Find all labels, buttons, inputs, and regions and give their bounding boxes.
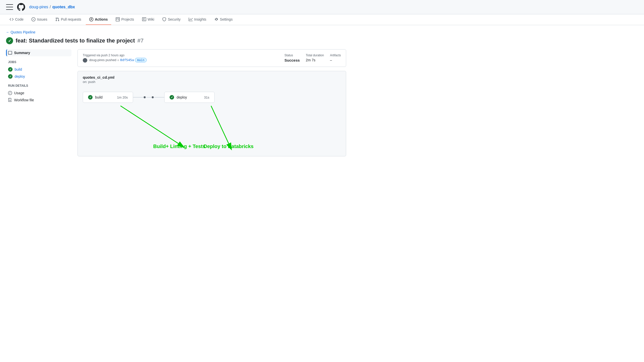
build-job-duration: 1m 20s [117,96,128,99]
tab-insights[interactable]: Insights [185,14,210,25]
breadcrumb: doug-pires / quotes_dbx [29,5,75,9]
workflow-wrapper: build 1m 20s [78,86,346,156]
artifacts-section: Artifacts – [330,54,341,62]
status-value: Success [285,58,300,62]
commit-arrow: ⟐ [117,58,120,62]
build-annotation-label: Build+ Linting + Tests [153,144,205,149]
triggered-label: Triggered via push 2 hours ago [83,54,147,57]
status-section: Status Success [285,54,300,62]
sidebar-usage-label: Usage [14,91,24,95]
workflow-job-deploy[interactable]: deploy 31s [164,92,215,103]
workflow-connector [133,96,164,98]
svg-line-3 [211,106,229,144]
build-job-icon [88,95,93,100]
repo-link[interactable]: quotes_dbx [52,5,75,9]
run-details-section-title: Run details [6,84,71,87]
tab-wiki[interactable]: Wiki [139,14,158,25]
page-title-number: #7 [137,37,143,44]
commit-sha-link[interactable]: 0df545a [120,58,134,62]
breadcrumb-separator: / [50,5,51,9]
page-title-text: feat: Standardized tests to finalize the… [16,37,135,44]
jobs-section-title: Jobs [6,60,71,64]
duration-value: 2m 7s [306,58,324,62]
run-info-card: Triggered via push 2 hours ago doug-pire… [77,49,346,67]
deploy-annotation-label: Deploy to Databricks [204,144,254,149]
duration-section: Total duration 2m 7s [306,54,324,62]
owner-link[interactable]: doug-pires [29,5,48,9]
job-build-label: build [15,67,22,71]
workflow-trigger: on: push [83,80,341,84]
connector-line-right [154,97,164,98]
page-content: ← Quotes Pipeline feat: Standardized tes… [0,25,352,161]
deploy-job-duration: 31s [204,96,209,99]
sidebar-summary-label: Summary [14,51,30,55]
back-link[interactable]: ← Quotes Pipeline [6,30,346,34]
page-title-row: feat: Standardized tests to finalize the… [6,37,346,44]
workflow-card: quotes_ci_cd.yml on: push build 1m 20s [77,71,346,156]
info-card-grid: Triggered via push 2 hours ago doug-pire… [83,54,341,63]
branch-badge: main [135,58,147,62]
connector-dot-left [144,96,146,98]
sidebar-item-usage[interactable]: Usage [6,89,71,97]
deploy-job-label: deploy [177,95,187,99]
sidebar-workflow-file-label: Workflow file [14,98,34,102]
topbar: doug-pires / quotes_dbx [0,0,644,14]
triggered-by: doug-pires pushed ⟐ 0df545a main [83,58,147,63]
main-layout: Summary Jobs build deploy Run details Us… [6,49,346,156]
sidebar-job-build[interactable]: build [6,66,71,73]
duration-label: Total duration [306,54,324,57]
hamburger-menu[interactable] [6,4,13,10]
job-deploy-label: deploy [15,74,25,78]
tab-issues[interactable]: Issues [28,14,51,25]
tab-actions[interactable]: Actions [86,14,111,25]
tab-pull-requests[interactable]: Pull requests [52,14,85,25]
sidebar-item-workflow-file[interactable]: Workflow file [6,97,71,104]
right-panel: Triggered via push 2 hours ago doug-pire… [77,49,346,156]
connector-line-middle [146,97,151,98]
run-status-icon [6,37,13,44]
tab-settings[interactable]: Settings [211,14,236,25]
workflow-filename: quotes_ci_cd.yml [83,75,341,79]
connector-dot-right [152,96,154,98]
sidebar: Summary Jobs build deploy Run details Us… [6,49,71,156]
workflow-job-build[interactable]: build 1m 20s [83,92,133,103]
artifacts-value: – [330,58,341,62]
svg-line-0 [120,106,178,144]
sidebar-item-summary[interactable]: Summary [6,49,71,56]
tab-security[interactable]: Security [159,14,184,25]
workflow-card-header: quotes_ci_cd.yml on: push [78,71,346,86]
status-label: Status [285,54,300,57]
artifacts-label: Artifacts [330,54,341,57]
job-build-success-icon [8,67,13,72]
pushed-text: pushed [106,58,117,62]
triggered-section: Triggered via push 2 hours ago doug-pire… [83,54,147,63]
actor-name: doug-pires [89,58,105,62]
deploy-job-icon [170,95,174,100]
tab-code[interactable]: Code [6,14,27,25]
tab-projects[interactable]: Projects [112,14,138,25]
job-deploy-success-icon [8,74,13,79]
annotations-area: Build+ Linting + Tests Deploy to Databri… [78,106,346,156]
build-job-label: build [95,95,103,99]
actor-avatar [83,58,87,63]
nav-tabs: Code Issues Pull requests Actions Projec… [0,14,644,25]
github-logo [17,3,25,11]
sidebar-job-deploy[interactable]: deploy [6,73,71,80]
connector-line-left [133,97,143,98]
